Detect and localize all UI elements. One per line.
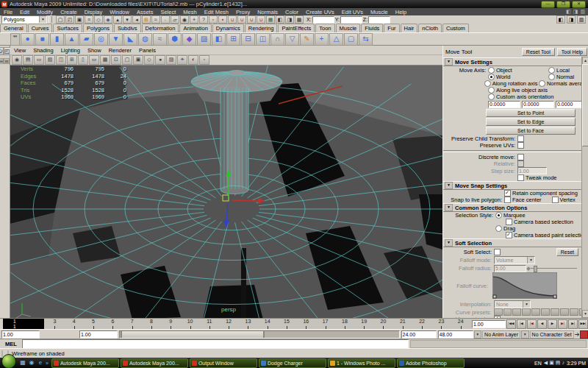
step-forward-key-button[interactable]: ▶| <box>558 319 567 329</box>
tool-help-button[interactable]: Tool Help <box>557 48 587 56</box>
menu-item[interactable]: File <box>0 9 16 15</box>
bookmarks-icon[interactable]: ▭ <box>34 55 44 65</box>
falloff-mode-dropdown[interactable]: Volume ▼ <box>494 256 535 264</box>
curve-preset-button[interactable] <box>551 308 559 316</box>
move-axis-world-radio[interactable] <box>488 74 495 80</box>
set-key-icon[interactable]: ➔ <box>575 331 580 338</box>
preserve-uvs-checkbox[interactable] <box>517 142 524 149</box>
internet-explorer-icon[interactable]: e <box>37 359 44 367</box>
collapse-arrow-icon[interactable]: ▼ <box>445 58 453 66</box>
frame-cell[interactable]: 18 <box>335 319 354 330</box>
grid-toggle-icon[interactable]: ⊞ <box>67 55 77 65</box>
discrete-move-checkbox[interactable] <box>517 154 524 160</box>
step-back-key-button[interactable]: |◀ <box>527 319 537 329</box>
poly-plane-icon[interactable]: ▰ <box>79 33 93 46</box>
network-icon[interactable]: ▤ <box>556 360 561 366</box>
section-common-selection-options[interactable]: ▼ Common Selection Options <box>443 203 588 212</box>
frame-cell[interactable]: 5 <box>84 319 103 330</box>
triangulate-icon[interactable]: △ <box>329 33 343 46</box>
select-component-icon[interactable]: ◈ <box>104 15 112 24</box>
cleanup-icon[interactable]: + <box>315 33 329 46</box>
y-coord-input[interactable] <box>340 16 362 24</box>
poly-cube-icon[interactable]: ■ <box>35 33 49 46</box>
snap-to-grid-icon[interactable]: ⊞ <box>142 15 151 24</box>
auto-keyframe-icon[interactable] <box>580 330 588 339</box>
render-current-frame-icon[interactable]: ◧ <box>276 15 284 24</box>
shelf-tab[interactable]: Animation <box>179 24 211 32</box>
clock[interactable]: 3:29 PM <box>567 361 586 366</box>
menu-item[interactable]: Muscle <box>367 9 392 15</box>
move-axis-along-rotation-radio[interactable] <box>484 80 491 87</box>
shaded-mode-icon[interactable]: ● <box>155 55 165 65</box>
shelf-tab[interactable]: Rendering <box>245 24 278 32</box>
current-time-field[interactable] <box>472 320 506 328</box>
playback-range-track[interactable] <box>119 330 400 339</box>
poly-prism-icon[interactable]: ▼ <box>109 33 123 46</box>
frame-cell[interactable]: 20 <box>373 319 392 330</box>
toggle-panel-b-icon[interactable]: ◨ <box>573 9 578 15</box>
extract-icon[interactable]: ◫ <box>256 33 270 46</box>
hide-icons-chevron[interactable]: ◀ <box>544 360 548 366</box>
collapse-arrow-icon[interactable]: ▼ <box>445 182 453 189</box>
curve-preset-button[interactable] <box>512 308 521 316</box>
move-axis-along-live-radio[interactable] <box>488 87 495 93</box>
compare-frames-icon[interactable]: ◫ <box>56 55 66 65</box>
x-axis-arrowhead[interactable] <box>258 198 265 204</box>
poly-sphere-icon[interactable]: ● <box>21 33 35 46</box>
wireframe-mode-icon[interactable]: ◇ <box>144 55 154 65</box>
render-settings-icon[interactable]: ▩ <box>295 15 304 24</box>
textured-mode-icon[interactable]: ▨ <box>166 55 176 65</box>
paint-reduce-icon[interactable]: ✎ <box>300 33 314 46</box>
menu-item[interactable]: Proxy <box>232 9 254 15</box>
current-frame-indicator[interactable]: 1 1 <box>3 319 44 330</box>
toggle-panel-c-icon[interactable]: ▥ <box>580 9 585 15</box>
make-live-icon[interactable]: ◉ <box>180 15 189 24</box>
scroll-down-icon[interactable]: ▼ <box>582 310 588 318</box>
falloff-radius-slider[interactable] <box>531 268 577 269</box>
curve-preset-button[interactable] <box>560 308 569 316</box>
frame-cell[interactable]: 14 <box>258 319 277 330</box>
title-bar[interactable]: M Autodesk Maya 2009 Unlimited: D:\Downl… <box>0 0 588 8</box>
animation-start-field[interactable] <box>1 330 40 339</box>
vertex-checkbox[interactable] <box>552 197 559 203</box>
playback-range-bar[interactable] <box>121 331 265 338</box>
new-scene-icon[interactable]: ▢ <box>56 15 65 24</box>
viewport-menu-item[interactable]: View <box>10 47 29 54</box>
shelf-tab[interactable]: Dynamics <box>212 24 244 32</box>
camera-attributes-icon[interactable]: ▤ <box>23 55 33 65</box>
set-to-point-button[interactable]: Set to Point <box>486 109 576 117</box>
shelf-tab[interactable]: Toon <box>315 24 334 32</box>
x-coord-input[interactable] <box>312 16 334 24</box>
render-view-icon[interactable]: ▦ <box>266 15 275 24</box>
taskbar-task-button[interactable]: Output Window <box>190 358 257 368</box>
open-scene-icon[interactable]: ◰ <box>65 15 74 24</box>
safe-action-icon[interactable]: ▢ <box>122 55 132 65</box>
use-lights-icon[interactable]: ☀ <box>177 55 187 65</box>
falloff-curve-graph[interactable] <box>492 272 557 299</box>
frame-cell[interactable]: 17 <box>315 319 334 330</box>
soft-select-reset-button[interactable]: Reset <box>556 248 578 256</box>
go-to-end-button[interactable]: ▶▶| <box>578 319 588 329</box>
shelf-menu-button[interactable]: ▾▾ <box>10 33 20 46</box>
move-axis-custom-radio[interactable] <box>488 93 495 100</box>
taskbar-task-button[interactable]: 1 - Windows Photo ... <box>328 358 395 368</box>
toggle-panel-a-icon[interactable]: ◧ <box>566 9 571 15</box>
viewport-menu-item[interactable]: Show <box>84 47 105 54</box>
frame-cell[interactable]: 16 <box>296 319 315 330</box>
menu-item[interactable]: Create <box>57 9 81 15</box>
film-gate-icon[interactable]: ▯ <box>78 55 88 65</box>
viewport-canvas[interactable]: persp Verts 796 795 0 Edges 1478 1478 24… <box>10 66 442 319</box>
viewport-menu-item[interactable]: Lighting <box>57 47 84 54</box>
smooth-mesh-icon[interactable]: ▨ <box>197 33 211 46</box>
anim-layer-selector[interactable]: No Anim Layer <box>482 330 520 339</box>
shelf-tab[interactable]: Polygons <box>83 24 113 32</box>
help-icon[interactable]: ? <box>199 15 208 24</box>
curve-preset-button[interactable] <box>531 308 540 316</box>
snap-magnet-3-icon[interactable]: ∪ <box>247 15 256 24</box>
show-attribute-editor-icon[interactable]: ▥ <box>577 15 586 24</box>
security-icon[interactable]: ▣ <box>549 360 554 366</box>
menu-set-selector[interactable]: Polygons ▼ <box>1 15 47 24</box>
interpolation-dropdown[interactable]: None ▼ <box>494 300 531 308</box>
menu-item[interactable]: Assets <box>133 9 157 15</box>
curve-preset-button[interactable] <box>570 308 578 316</box>
